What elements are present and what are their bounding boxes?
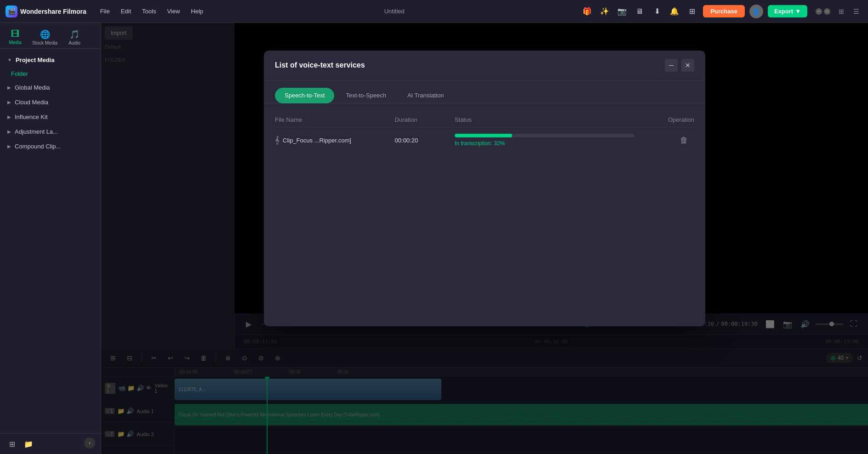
voice-text-dialog: List of voice-text services ─ ✕ Speech-t… <box>264 51 705 326</box>
audio-tab-label: Audio <box>69 40 80 45</box>
chevron-right-icon-4: ▶ <box>7 129 11 134</box>
main-layout: 🎞 Media 🌐 Stock Media 🎵 Audio ▼ Project … <box>0 23 868 454</box>
status-text: In transcription: 32% <box>455 140 634 147</box>
dialog-minimize-button[interactable]: ─ <box>665 59 678 72</box>
export-button[interactable]: Export ▼ <box>768 5 807 17</box>
dialog-tabs: Speech-to-Text Text-to-Speech AI Transla… <box>264 80 705 103</box>
sidebar-collapse-btn[interactable]: ‹ <box>84 437 95 448</box>
influence-kit-label: Influence Kit <box>15 114 48 120</box>
effects-icon[interactable]: ✨ <box>598 5 611 18</box>
stock-tab-label: Stock Media <box>32 40 57 45</box>
app-name: Wondershare Filmora <box>20 8 86 15</box>
menu-view[interactable]: View <box>162 6 184 17</box>
gift-icon[interactable]: 🎁 <box>581 5 594 18</box>
avatar[interactable]: 👤 <box>749 5 763 18</box>
table-row: 𝄞 Clip_Focus ...Ripper.com] 00:00:20 In … <box>275 127 694 153</box>
menu-help[interactable]: Help <box>186 6 208 17</box>
chevron-right-icon-2: ▶ <box>7 100 11 105</box>
sidebar-nav: ▼ Project Media Folder ▶ Global Media ▶ … <box>0 49 101 433</box>
music-note-icon: 𝄞 <box>275 136 279 144</box>
window-controls: ─ □ <box>816 8 830 15</box>
view-toggle: ⊞ ☰ <box>835 5 862 18</box>
sidebar-tab-media[interactable]: 🎞 Media <box>4 27 27 48</box>
status-cell: In transcription: 32% <box>455 134 634 147</box>
export-label: Export <box>774 8 793 15</box>
menu-tools[interactable]: Tools <box>137 6 160 17</box>
project-media-label: Project Media <box>16 57 55 63</box>
sidebar-tab-stock[interactable]: 🌐 Stock Media <box>29 27 61 48</box>
grid-view-icon[interactable]: ⊞ <box>835 5 848 18</box>
media-tab-label: Media <box>9 40 21 45</box>
monitor-icon[interactable]: 🖥 <box>633 5 646 18</box>
dialog-header: List of voice-text services ─ ✕ <box>264 51 705 80</box>
media-tab-icon: 🎞 <box>11 29 19 39</box>
sidebar-tabs: 🎞 Media 🌐 Stock Media 🎵 Audio <box>0 23 101 49</box>
download-icon[interactable]: ⬇ <box>651 5 663 18</box>
sidebar-item-influence-kit[interactable]: ▶ Influence Kit <box>2 110 99 124</box>
dialog-tab-tts[interactable]: Text-to-Speech <box>336 88 395 103</box>
file-name-text: Clip_Focus ...Ripper.com] <box>283 137 351 144</box>
dialog-content: File Name Duration Status Operation 𝄞 Cl… <box>264 103 705 326</box>
col-duration: Duration <box>395 116 455 123</box>
dialog-overlay: List of voice-text services ─ ✕ Speech-t… <box>101 23 868 454</box>
delete-record-button[interactable]: 🗑 <box>678 134 691 147</box>
dialog-tab-stt[interactable]: Speech-to-Text <box>275 88 334 103</box>
add-folder-icon[interactable]: 📁 <box>22 437 35 450</box>
file-name-cell: 𝄞 Clip_Focus ...Ripper.com] <box>275 136 395 144</box>
content-area: Import Default FOLDER ▶ ▶ 00:00:1 <box>101 23 868 454</box>
menu-file[interactable]: File <box>96 6 114 17</box>
app-logo: 🎬 Wondershare Filmora <box>6 6 86 17</box>
sidebar-item-folder[interactable]: Folder <box>0 68 101 80</box>
purchase-button[interactable]: Purchase <box>703 5 745 17</box>
progress-bar-fill <box>455 134 512 137</box>
col-status: Status <box>455 116 634 123</box>
global-media-label: Global Media <box>15 84 50 91</box>
chevron-right-icon-3: ▶ <box>7 114 11 119</box>
dialog-title: List of voice-text services <box>275 61 365 69</box>
grid-icon[interactable]: ⊞ <box>685 5 698 18</box>
bell-icon[interactable]: 🔔 <box>668 5 681 18</box>
dialog-tab-ai-trans[interactable]: AI Translation <box>398 88 454 103</box>
chevron-right-icon: ▶ <box>7 85 11 90</box>
sidebar-tab-audio[interactable]: 🎵 Audio <box>63 27 86 48</box>
window-title: Untitled <box>211 8 577 15</box>
list-view-icon[interactable]: ☰ <box>850 5 862 18</box>
dialog-header-buttons: ─ ✕ <box>665 59 694 72</box>
top-bar: 🎬 Wondershare Filmora File Edit Tools Vi… <box>0 0 868 23</box>
top-bar-right: 🎁 ✨ 📷 🖥 ⬇ 🔔 ⊞ Purchase 👤 Export ▼ ─ □ ⊞ … <box>581 5 862 18</box>
add-media-icon[interactable]: ⊞ <box>6 437 18 450</box>
duration-cell: 00:00:20 <box>395 137 455 144</box>
menu-bar: File Edit Tools View Help <box>96 6 208 17</box>
sidebar-item-compound-clip[interactable]: ▶ Compound Clip... <box>2 139 99 153</box>
dialog-close-button[interactable]: ✕ <box>681 59 694 72</box>
progress-bar-bg <box>455 134 634 137</box>
menu-edit[interactable]: Edit <box>116 6 136 17</box>
sidebar-item-adjustment-la[interactable]: ▶ Adjustment La... <box>2 125 99 139</box>
chevron-right-icon-5: ▶ <box>7 144 11 149</box>
col-file-name: File Name <box>275 116 395 123</box>
cloud-media-label: Cloud Media <box>15 99 48 106</box>
adjustment-la-label: Adjustment La... <box>15 128 58 135</box>
col-operation: Operation <box>634 116 694 123</box>
operation-cell: 🗑 <box>634 134 694 147</box>
stock-tab-icon: 🌐 <box>40 29 50 40</box>
table-header: File Name Duration Status Operation <box>275 113 694 127</box>
export-chevron-icon: ▼ <box>795 8 801 15</box>
sidebar-item-global-media[interactable]: ▶ Global Media <box>2 80 99 95</box>
maximize-button[interactable]: □ <box>824 8 830 15</box>
sidebar-item-cloud-media[interactable]: ▶ Cloud Media <box>2 95 99 109</box>
sidebar-bottom: ⊞ 📁 ‹ <box>0 433 101 454</box>
chevron-down-icon: ▼ <box>7 57 12 62</box>
sticker-icon[interactable]: 📷 <box>616 5 628 18</box>
sidebar-item-project-media[interactable]: ▼ Project Media <box>2 53 99 67</box>
app-logo-icon: 🎬 <box>6 6 17 17</box>
audio-tab-icon: 🎵 <box>69 29 80 40</box>
sidebar: 🎞 Media 🌐 Stock Media 🎵 Audio ▼ Project … <box>0 23 101 454</box>
duration-value: 00:00:20 <box>395 137 418 144</box>
compound-clip-label: Compound Clip... <box>15 143 61 150</box>
minimize-button[interactable]: ─ <box>816 8 822 15</box>
